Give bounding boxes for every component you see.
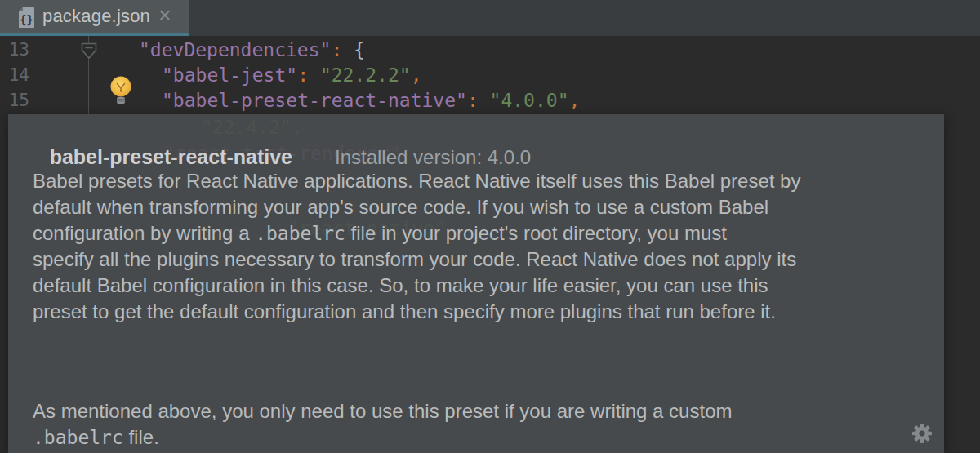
doc-paragraph-line: default Babel configuration in this case… xyxy=(33,273,768,299)
tab-package-json[interactable]: {} package.json × xyxy=(0,0,189,36)
line-number: 15 xyxy=(0,88,29,113)
installed-version: Installed version: 4.0.0 xyxy=(335,146,531,168)
doc-paragraph-line: As mentioned above, you only need to use… xyxy=(33,398,732,424)
doc-paragraph-line: Babel presets for React Native applicati… xyxy=(33,168,800,194)
code-line-15: 15 "babel-preset-react-native": "4.0.0", xyxy=(0,88,980,113)
doc-paragraph-line: .babelrc file. xyxy=(33,424,159,451)
active-tab-underline xyxy=(0,33,189,36)
line-number: 14 xyxy=(0,63,29,88)
svg-text:{}: {} xyxy=(20,13,33,26)
popup-header: babel-preset-react-nativeInstalled versi… xyxy=(28,131,531,157)
documentation-popup: "22.4.2", "react-test-renderer" "react-n… xyxy=(8,114,944,453)
settings-gear-icon[interactable] xyxy=(911,422,933,445)
code-line-14: 14 "babel-jest": "22.2.2", xyxy=(0,63,980,88)
doc-paragraph-line: specify all the plugins necessary to tra… xyxy=(33,246,796,273)
intention-bulb-icon[interactable] xyxy=(109,75,132,109)
code-line-13: 13 "devDependencies": { xyxy=(0,38,980,63)
json-file-icon: {} xyxy=(17,7,36,32)
ide-window: {} package.json × 13 "devDependencies": … xyxy=(0,0,980,453)
tab-title: package.json xyxy=(42,0,150,33)
package-name: babel-preset-react-native xyxy=(50,145,292,168)
line-number: 13 xyxy=(0,38,29,63)
doc-paragraph-line: default when transforming your app's sou… xyxy=(33,194,768,220)
tab-close-icon[interactable]: × xyxy=(158,0,172,33)
editor-tab-bar: {} package.json × xyxy=(0,0,980,36)
doc-paragraph-line: configuration by writing a .babelrc file… xyxy=(33,220,727,246)
fold-collapse-icon[interactable] xyxy=(81,42,97,64)
doc-paragraph-line: preset to get the default configuration … xyxy=(33,299,776,325)
